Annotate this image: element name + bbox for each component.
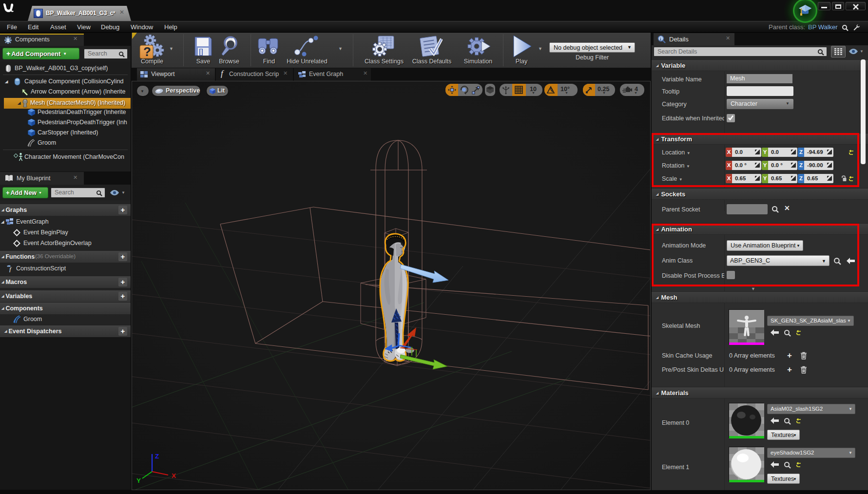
svg-text:?: ?: [143, 44, 151, 59]
svg-text:Y: Y: [136, 477, 141, 484]
svg-text:X: X: [172, 472, 176, 479]
svg-text:Z: Z: [155, 453, 159, 460]
svg-text:f: f: [9, 266, 12, 272]
